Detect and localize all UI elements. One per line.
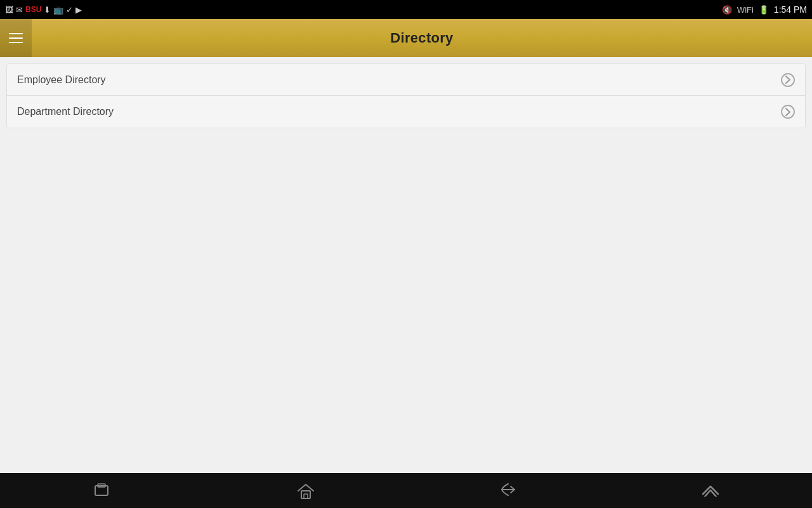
check-notif-icon: ✓ — [66, 5, 73, 15]
bottom-nav-bar — [0, 473, 812, 508]
bsu-notif-icon: BSU — [25, 5, 41, 14]
list-wrapper: Employee Directory Department Directory — [0, 57, 812, 473]
image-notif-icon: 🖼 — [5, 5, 13, 15]
menu-button[interactable] — [0, 19, 32, 57]
page-title: Directory — [32, 30, 812, 46]
download-notif-icon: ⬇ — [44, 5, 51, 15]
home-icon — [298, 484, 311, 498]
status-icons-left: 🖼 ✉ BSU ⬇ 📺 ✓ ▶ — [5, 5, 82, 15]
mute-icon: 🔇 — [722, 5, 732, 15]
wifi-icon: WiFi — [737, 5, 754, 15]
hamburger-line-2 — [9, 37, 23, 39]
employee-directory-item[interactable]: Employee Directory — [7, 64, 805, 96]
employee-directory-chevron — [781, 73, 795, 87]
hamburger-line-3 — [9, 42, 23, 43]
svg-rect-3 — [304, 494, 308, 498]
department-directory-chevron — [781, 105, 795, 119]
battery-icon: 🔋 — [759, 5, 769, 15]
up-button[interactable] — [685, 473, 736, 508]
up-icon — [702, 483, 719, 498]
back-icon — [499, 483, 516, 498]
department-directory-label: Department Directory — [17, 106, 114, 117]
header: Directory — [0, 19, 812, 57]
recents-icon — [95, 483, 108, 498]
employee-directory-label: Employee Directory — [17, 74, 106, 86]
status-right: 🔇 WiFi 🔋 1:54 PM — [722, 4, 807, 15]
home-button[interactable] — [279, 473, 330, 508]
screen-notif-icon: 📺 — [53, 5, 63, 15]
email-notif-icon: ✉ — [16, 5, 23, 15]
content-area: Employee Directory Department Directory — [0, 57, 812, 473]
back-button[interactable] — [482, 473, 533, 508]
department-directory-item[interactable]: Department Directory — [7, 96, 805, 128]
svg-rect-2 — [301, 491, 310, 498]
hamburger-line-1 — [9, 33, 23, 34]
status-time: 1:54 PM — [774, 4, 807, 15]
status-bar: 🖼 ✉ BSU ⬇ 📺 ✓ ▶ 🔇 WiFi 🔋 1:54 PM — [0, 0, 812, 19]
play-notif-icon: ▶ — [75, 5, 82, 15]
directory-list: Employee Directory Department Directory — [6, 64, 806, 128]
recents-button[interactable] — [76, 473, 127, 508]
